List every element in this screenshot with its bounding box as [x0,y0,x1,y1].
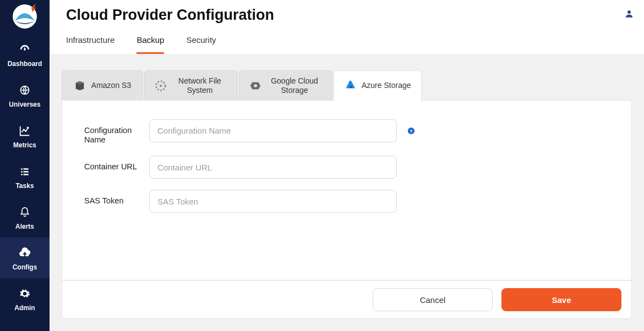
gear-icon [18,287,31,300]
bell-icon [18,206,31,219]
subnav-security[interactable]: Security [186,35,216,54]
sidebar-item-dashboard[interactable]: Dashboard [0,34,50,75]
config-name-input[interactable] [149,119,397,142]
svg-rect-4 [21,171,23,173]
provider-tabs: Amazon S3 Network File System Google Clo… [62,70,632,101]
svg-rect-7 [24,174,29,175]
tab-azure[interactable]: Azure Storage [334,70,422,101]
sidebar-item-alerts[interactable]: Alerts [0,197,50,238]
svg-rect-10 [160,85,162,87]
sidebar-item-label: Dashboard [8,60,42,67]
sidebar-item-tasks[interactable]: Tasks [0,156,50,197]
sidebar-item-label: Universes [9,101,40,108]
subnav-infrastructure[interactable]: Infrastructure [66,35,114,54]
sidebar-item-label: Tasks [15,183,34,189]
svg-rect-6 [21,174,23,175]
subnav: Infrastructure Backup Security [50,30,644,54]
tab-label: Azure Storage [362,81,411,90]
tab-label: Amazon S3 [91,81,131,90]
globe-icon [18,84,31,97]
tab-gcs[interactable]: Google Cloud Storage [239,70,332,101]
sidebar-item-metrics[interactable]: Metrics [0,115,50,156]
config-name-label: Configuration Name [84,119,139,145]
azure-icon [344,79,356,91]
sidebar: Dashboard Universes Metrics Tasks Alerts [0,0,50,331]
cloud-upload-icon [18,246,31,260]
gcs-icon [249,80,261,92]
save-button[interactable]: Save [501,288,621,311]
page-title: Cloud Provider Configuration [66,7,274,24]
svg-rect-2 [21,168,23,170]
svg-text:?: ? [410,128,412,134]
svg-rect-3 [24,168,29,170]
sidebar-item-label: Admin [14,305,35,311]
dashboard-icon [18,43,31,56]
tab-amazon-s3[interactable]: Amazon S3 [62,70,143,101]
svg-rect-5 [24,171,29,173]
sas-token-label: SAS Token [84,190,139,206]
sidebar-item-universes[interactable]: Universes [0,75,50,115]
panel-footer: Cancel Save [62,280,632,319]
form-panel: Configuration Name ? Container URL SAS T… [62,100,632,280]
sas-token-input[interactable] [149,190,397,213]
tab-nfs[interactable]: Network File System [144,70,238,101]
sidebar-item-label: Alerts [15,223,34,230]
user-menu[interactable] [624,9,634,21]
container-url-input[interactable] [149,156,397,179]
sidebar-item-admin[interactable]: Admin [0,278,50,319]
svg-rect-13 [255,85,258,86]
chart-line-icon [18,124,31,137]
container-url-label: Container URL [84,156,139,172]
help-icon[interactable]: ? [407,126,416,135]
subnav-backup[interactable]: Backup [137,35,164,54]
network-icon [155,80,167,92]
tab-label: Google Cloud Storage [267,76,322,95]
svg-point-8 [627,10,631,14]
sidebar-item-label: Configs [13,264,37,271]
app-logo[interactable] [12,3,38,30]
sidebar-item-label: Metrics [13,142,36,148]
cancel-button[interactable]: Cancel [373,288,493,311]
amazon-s3-icon [74,80,86,92]
sidebar-item-configs[interactable]: Configs [0,238,50,278]
tab-label: Network File System [172,76,227,95]
topbar: Cloud Provider Configuration [50,0,644,30]
list-icon [18,165,31,178]
